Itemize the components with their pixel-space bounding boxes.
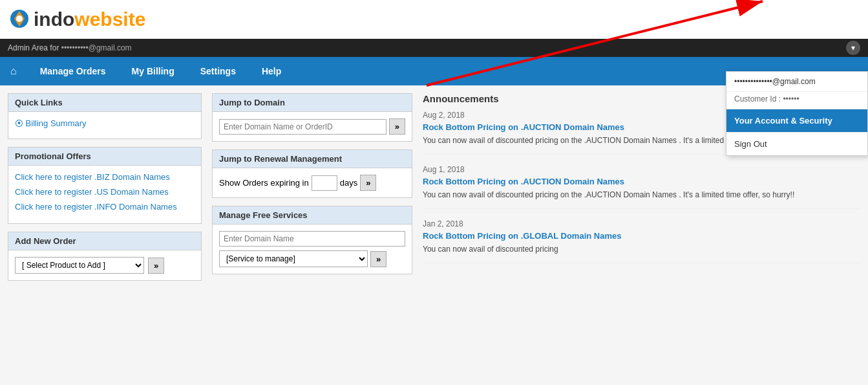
promo-info-link[interactable]: Click here to register .INFO Domain Name… xyxy=(15,202,195,212)
renewal-row: Show Orders expiring in days » xyxy=(219,175,405,191)
dropdown-customer-id: Customer Id : •••••• xyxy=(726,92,867,109)
ann-body: You can now avail of discounted pricing … xyxy=(423,189,860,201)
account-security-item[interactable]: Your Account & Security xyxy=(726,109,867,132)
dropdown-email: ••••••••••••••@gmail.com xyxy=(726,72,867,92)
add-order-go-button[interactable]: » xyxy=(148,258,164,274)
jump-domain-header: Jump to Domain xyxy=(213,94,412,112)
billing-summary-link[interactable]: ⦿ Billing Summary xyxy=(15,118,195,128)
middle-column: Jump to Domain » Jump to Renewal Managem… xyxy=(212,93,412,377)
nav-manage-orders[interactable]: Manage Orders xyxy=(27,57,119,85)
add-new-order-panel: Add New Order [ Select Product to Add ]D… xyxy=(8,232,202,281)
renewal-body: Show Orders expiring in days » xyxy=(213,168,412,197)
product-select[interactable]: [ Select Product to Add ]Domain Registra… xyxy=(15,257,144,274)
free-service-go-button[interactable]: » xyxy=(370,251,386,267)
ann-title-link[interactable]: Rock Bottom Pricing on .GLOBAL Domain Na… xyxy=(423,231,860,241)
jump-domain-body: » xyxy=(213,112,412,141)
user-menu-trigger[interactable]: ▾ xyxy=(846,41,860,55)
svg-point-2 xyxy=(16,16,23,22)
renewal-days-input[interactable] xyxy=(312,175,337,191)
nav-help[interactable]: Help xyxy=(249,57,294,85)
nav-home-button[interactable]: ⌂ xyxy=(0,57,27,85)
user-dropdown-menu: ••••••••••••••@gmail.com Customer Id : •… xyxy=(726,71,868,156)
ann-date: Jan 2, 2018 xyxy=(423,219,860,228)
sign-out-item[interactable]: Sign Out xyxy=(726,132,867,155)
left-column: Quick Links ⦿ Billing Summary Promotiona… xyxy=(8,93,202,377)
nav-my-billing[interactable]: My Billing xyxy=(119,57,187,85)
renewal-go-button[interactable]: » xyxy=(360,175,376,191)
nav-bar: ⌂ Manage Orders My Billing Settings Help… xyxy=(0,57,868,85)
admin-bar: Admin Area for ••••••••••@gmail.com ▾ xyxy=(0,39,868,57)
promo-offers-panel: Promotional Offers Click here to registe… xyxy=(8,147,202,224)
domain-search-input[interactable] xyxy=(219,119,386,135)
add-new-order-body: [ Select Product to Add ]Domain Registra… xyxy=(8,250,201,280)
add-new-order-header: Add New Order xyxy=(8,232,201,250)
nav-settings[interactable]: Settings xyxy=(187,57,249,85)
renewal-header: Jump to Renewal Management xyxy=(213,150,412,168)
renewal-days-label: days xyxy=(340,178,357,188)
promo-offers-header: Promotional Offers xyxy=(8,148,201,166)
ann-body: You can now avail of discounted pricing xyxy=(423,243,860,255)
renewal-label: Show Orders expiring in xyxy=(219,178,309,188)
announcement-item: Aug 1, 2018 Rock Bottom Pricing on .AUCT… xyxy=(423,165,860,209)
quick-links-panel: Quick Links ⦿ Billing Summary xyxy=(8,93,202,139)
announcement-item: Jan 2, 2018 Rock Bottom Pricing on .GLOB… xyxy=(423,219,860,263)
admin-label: Admin Area for ••••••••••@gmail.com xyxy=(8,43,132,52)
free-service-select[interactable]: [Service to manage]DNS ManagementEmail F… xyxy=(219,250,368,267)
add-order-row: [ Select Product to Add ]Domain Registra… xyxy=(15,257,195,274)
jump-domain-panel: Jump to Domain » xyxy=(212,93,412,142)
quick-links-header: Quick Links xyxy=(8,94,201,112)
free-services-body: [Service to manage]DNS ManagementEmail F… xyxy=(213,225,412,274)
free-service-row: [Service to manage]DNS ManagementEmail F… xyxy=(219,231,405,267)
free-service-domain-input[interactable] xyxy=(219,231,405,247)
logo-text: indowebsite xyxy=(34,8,145,30)
domain-search-go-button[interactable]: » xyxy=(389,118,405,135)
ann-date: Aug 1, 2018 xyxy=(423,165,860,174)
logo-bar: indowebsite xyxy=(0,0,868,39)
user-icon: ▾ xyxy=(846,41,860,55)
free-services-header: Manage Free Services xyxy=(213,206,412,225)
free-service-select-row: [Service to manage]DNS ManagementEmail F… xyxy=(219,250,405,267)
free-services-panel: Manage Free Services [Service to manage]… xyxy=(212,206,412,274)
promo-us-link[interactable]: Click here to register .US Domain Names xyxy=(15,187,195,197)
renewal-panel: Jump to Renewal Management Show Orders e… xyxy=(212,149,412,198)
ann-title-link[interactable]: Rock Bottom Pricing on .AUCTION Domain N… xyxy=(423,177,860,186)
promo-offers-body: Click here to register .BIZ Domain Names… xyxy=(8,166,201,223)
quick-links-body: ⦿ Billing Summary xyxy=(8,112,201,138)
logo-icon xyxy=(8,7,31,32)
promo-biz-link[interactable]: Click here to register .BIZ Domain Names xyxy=(15,172,195,182)
domain-input-row: » xyxy=(219,118,405,135)
